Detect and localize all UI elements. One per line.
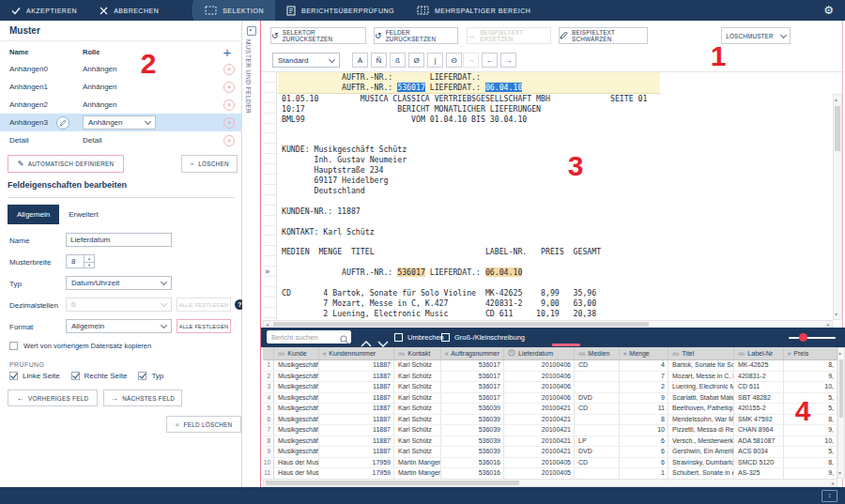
- pattern-row-anhängen3[interactable]: Anhängen3Anhängen×: [0, 114, 242, 131]
- set-all-format-button[interactable]: ALLE FESTLEGEN: [177, 319, 231, 333]
- trap-char-button-4[interactable]: |: [427, 53, 443, 68]
- trap-type-select[interactable]: Standard: [272, 53, 340, 68]
- trap-char-button-7[interactable]: ←: [482, 53, 498, 68]
- column-header-kontakt[interactable]: AbKontakt: [394, 347, 441, 359]
- previous-field-button[interactable]: ← VORHERIGES FELD: [8, 389, 98, 406]
- table-row[interactable]: 5Musikgeschäf...11887Karl Schütz53603920…: [263, 404, 837, 415]
- trap-char-button-1[interactable]: Ñ: [371, 53, 387, 68]
- scroll-down-icon[interactable]: ▾: [838, 470, 841, 476]
- column-header-titel[interactable]: AbTitel: [668, 347, 734, 359]
- tab-erweitert[interactable]: Erweitert: [59, 205, 108, 224]
- auto-define-button[interactable]: ✎ AUTOMATISCH DEFINIEREN: [8, 155, 124, 173]
- side-tab-muster-und-felder[interactable]: MUSTER UND FELDER: [242, 21, 260, 487]
- pattern-row-anhängen0[interactable]: Anhängen0Anhängen×: [0, 60, 242, 78]
- trap-char-button-3[interactable]: Ø: [408, 53, 424, 68]
- type-select[interactable]: Datum/Uhrzeit: [66, 276, 172, 290]
- pattern-row-anhängen1[interactable]: Anhängen1Anhängen×: [0, 78, 242, 96]
- edit-pencil-icon[interactable]: [56, 116, 69, 130]
- column-header-auftragsnummer[interactable]: #Auftragsnummer: [441, 347, 504, 359]
- add-pattern-button[interactable]: +: [218, 44, 237, 61]
- case-sensitive-checkbox[interactable]: [441, 333, 450, 342]
- pattern-row-anhängen2[interactable]: Anhängen2Anhängen×: [0, 96, 242, 114]
- delete-pattern-icon[interactable]: ×: [223, 64, 235, 75]
- scrollbar-thumb[interactable]: [839, 359, 843, 418]
- stepper-down-icon[interactable]: ▼: [84, 262, 95, 269]
- check-rechte-seite[interactable]: Rechte Seite: [71, 372, 128, 380]
- trap-pattern-row[interactable]: AUFTR.-NR.: LIEFERDAT.:: [278, 72, 660, 83]
- table-row[interactable]: 3Musikgeschäf...11887Karl Schütz53601720…: [263, 382, 837, 393]
- delete-field-button[interactable]: × FELD LÖSCHEN: [166, 416, 241, 433]
- column-header-menge[interactable]: #Menge: [620, 347, 668, 359]
- button-löschmuster[interactable]: LÖSCHMUSTER: [721, 27, 791, 44]
- topbar-item-akzeptieren[interactable]: AKZEPTIEREN: [0, 0, 88, 21]
- checkbox[interactable]: [9, 372, 18, 380]
- captured-field[interactable]: 06.04.10: [485, 267, 522, 277]
- trap-char-button-0[interactable]: Ä: [352, 53, 368, 68]
- topbar-item-mehrspaltiger-bereich[interactable]: MEHRSPALTIGER BEREICH: [406, 0, 542, 21]
- table-row[interactable]: 10Haus der Mus...17959Martin Manger53601…: [263, 458, 837, 469]
- trap-sample-row[interactable]: AUFTR.-NR.: 536017 LIEFERDAT.: 06.04.10: [278, 83, 660, 94]
- table-horizontal-scrollbar[interactable]: ▸: [263, 479, 837, 487]
- scroll-right-icon[interactable]: ▸: [832, 481, 835, 486]
- zoom-slider-handle[interactable]: [799, 333, 807, 342]
- scroll-up-icon[interactable]: ▴: [838, 350, 841, 356]
- pattern-row-detail[interactable]: DetailDetail×: [0, 131, 242, 149]
- table-row[interactable]: 11Haus der Mus...17959Martin Manger53601…: [263, 468, 837, 480]
- delete-pattern-icon[interactable]: ×: [223, 117, 235, 129]
- scrollbar-thumb[interactable]: [266, 481, 519, 485]
- column-header-kunde[interactable]: AbKunde: [274, 347, 319, 359]
- next-field-button[interactable]: → NÄCHSTES FELD: [103, 389, 182, 406]
- check-typ[interactable]: Typ: [138, 372, 163, 380]
- column-header-preis[interactable]: #Preis: [784, 347, 837, 359]
- delete-pattern-icon[interactable]: ×: [223, 99, 235, 111]
- report-text[interactable]: 01.05.10 MUSICA CLASSICA VERTRIEBSGESELL…: [282, 94, 834, 319]
- scroll-up-icon[interactable]: ▴: [835, 97, 837, 102]
- delete-pattern-icon[interactable]: ×: [223, 135, 235, 146]
- captured-field[interactable]: 536017: [397, 267, 425, 277]
- format-select[interactable]: Allgemein: [66, 319, 172, 333]
- delete-pattern-icon[interactable]: ×: [223, 82, 235, 93]
- checkbox[interactable]: [9, 342, 18, 350]
- button-felder-zurücksetzen[interactable]: ↺FELDER ZURÜCKSETZEN: [374, 27, 458, 44]
- scrollbar-thumb[interactable]: [273, 322, 649, 327]
- search-input[interactable]: [267, 330, 351, 344]
- column-header-label-nr[interactable]: AbLabel-Nr: [734, 347, 784, 359]
- scroll-down-icon[interactable]: ▾: [835, 312, 837, 317]
- pattern-width-stepper[interactable]: 8 ▲ ▼: [66, 254, 95, 268]
- field-name-input[interactable]: [66, 233, 172, 247]
- table-row[interactable]: 9Musikgeschäf...11887Karl Schütz53603920…: [263, 447, 837, 458]
- checkbox[interactable]: [138, 372, 146, 380]
- stepper-up-icon[interactable]: ▲: [84, 254, 95, 262]
- check-linke-seite[interactable]: Linke Seite: [9, 372, 60, 380]
- scrollbar-thumb[interactable]: [835, 106, 840, 151]
- delete-pattern-button[interactable]: × LÖSCHEN: [181, 155, 238, 173]
- button-beispieltext-schwärzen[interactable]: BEISPIELTEXT SCHWÄRZEN: [559, 27, 648, 44]
- copy-previous-checkbox-row[interactable]: Wert von vorherigem Datensatz kopieren: [9, 342, 151, 350]
- table-row[interactable]: 8Musikgeschäf...11887Karl Schütz53603920…: [263, 436, 837, 448]
- fit-window-icon[interactable]: ↕: [822, 490, 837, 502]
- table-row[interactable]: 7Musikgeschäf...11887Karl Schütz53603920…: [263, 425, 837, 436]
- column-header-kundennummer[interactable]: #Kundennummer: [319, 347, 394, 359]
- column-header-medien[interactable]: AbMedien: [575, 347, 620, 359]
- table-row[interactable]: 1Musikgeschäf...11887Karl Schütz53601720…: [263, 360, 837, 372]
- zoom-slider-track[interactable]: [789, 337, 836, 339]
- column-header-lieferdatum[interactable]: Lieferdatum: [504, 347, 575, 359]
- wrap-checkbox[interactable]: [394, 333, 403, 342]
- topbar-item-berichtsüberprüfung[interactable]: BERICHTSÜBERPRÜFUNG: [275, 0, 406, 21]
- topbar-item-selektion[interactable]: SELEKTION: [193, 0, 275, 21]
- tab-allgemein[interactable]: Allgemein: [8, 205, 59, 224]
- captured-field[interactable]: 06.04.10: [485, 83, 522, 92]
- checkbox[interactable]: [71, 372, 80, 380]
- captured-field[interactable]: 536017: [397, 83, 425, 92]
- table-row[interactable]: 2Musikgeschäf...11887Karl Schütz53601720…: [263, 372, 837, 383]
- pattern-role-select[interactable]: Anhängen: [83, 115, 156, 130]
- gear-icon[interactable]: ⚙: [823, 0, 834, 21]
- topbar-item-abbrechen[interactable]: ABBRECHEN: [88, 0, 170, 21]
- report-vertical-scrollbar[interactable]: ▴ ▾: [833, 94, 842, 320]
- trap-char-button-5[interactable]: Θ: [446, 53, 462, 68]
- button-selektor-zurücksetzen[interactable]: ↺SELEKTOR ZURÜCKSETZEN: [270, 27, 366, 44]
- table-vertical-scrollbar[interactable]: ▴ ▾: [837, 347, 845, 479]
- table-row[interactable]: 4Musikgeschäf...11887Karl Schütz53601720…: [263, 393, 837, 405]
- trap-char-button-8[interactable]: →: [500, 53, 516, 68]
- trap-char-button-2[interactable]: ß: [390, 53, 406, 68]
